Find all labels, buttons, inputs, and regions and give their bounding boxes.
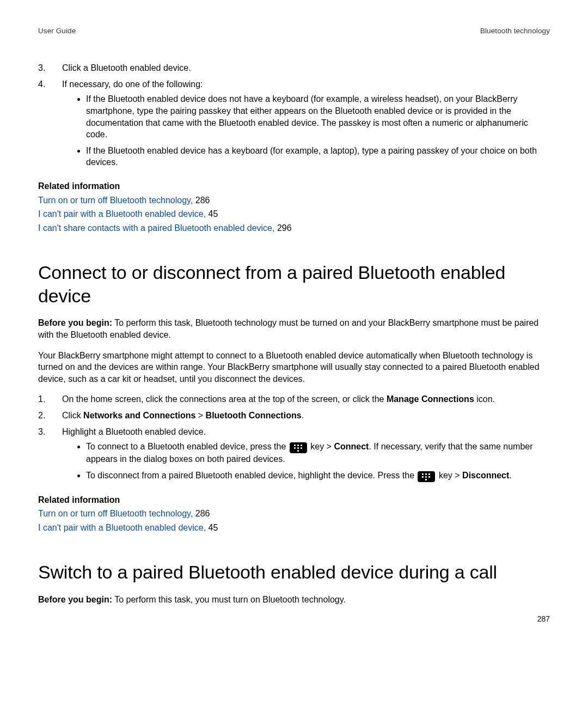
link-cant-share-contacts[interactable]: I can't share contacts with a paired Blu… [38, 223, 274, 233]
text: icon. [474, 394, 495, 404]
page-ref-value: 286 [195, 509, 210, 518]
page-ref-value: 45 [209, 209, 218, 218]
page: User Guide Bluetooth technology Click a … [0, 0, 588, 706]
link-page-ref: 45 [209, 523, 218, 532]
disconnect-label: Disconnect [462, 471, 509, 480]
text: . [509, 471, 511, 480]
bluetooth-connections-label: Bluetooth Connections [206, 411, 302, 420]
page-number: 287 [537, 614, 550, 624]
step-3: Click a Bluetooth enabled device. [38, 62, 550, 74]
step-4: If necessary, do one of the following: I… [38, 78, 550, 168]
connect-step-3: Highlight a Bluetooth enabled device. To… [38, 426, 550, 482]
connect-step-3-bullets: To connect to a Bluetooth enabled device… [62, 441, 550, 482]
link-turn-bluetooth-on-off[interactable]: Turn on or turn off Bluetooth technology… [38, 196, 193, 205]
before-text: To perform this task, you must turn on B… [112, 595, 346, 604]
step-4-text: If necessary, do one of the following: [62, 80, 203, 89]
related-link-line: I can't pair with a Bluetooth enabled de… [38, 522, 550, 534]
connect-steps: On the home screen, click the connection… [38, 393, 550, 482]
link-cant-pair[interactable]: I can't pair with a Bluetooth enabled de… [38, 523, 206, 532]
connect-step-1: On the home screen, click the connection… [38, 393, 550, 405]
before-label: Before you begin: [38, 318, 112, 327]
text: On the home screen, click the connection… [62, 394, 387, 404]
page-header: User Guide Bluetooth technology [38, 26, 550, 36]
page-ref-value: 286 [195, 196, 210, 205]
link-turn-bluetooth-on-off[interactable]: Turn on or turn off Bluetooth technology… [38, 509, 193, 518]
before-you-begin-2: Before you begin: To perform this task, … [38, 594, 550, 606]
bullet-connect: To connect to a Bluetooth enabled device… [86, 441, 550, 465]
bullet-passkey-no-keyboard: If the Bluetooth enabled device does not… [86, 93, 550, 140]
link-page-ref: 45 [209, 209, 218, 218]
related-link-line: I can't share contacts with a paired Blu… [38, 222, 550, 234]
text: key > [439, 471, 462, 480]
text: To disconnect from a paired Bluetooth en… [86, 471, 416, 480]
connect-step-2: Click Networks and Connections > Bluetoo… [38, 410, 550, 422]
header-left: User Guide [38, 26, 76, 36]
link-page-ref: 286 [195, 196, 210, 205]
text: . [302, 411, 304, 420]
page-ref-value: 296 [277, 223, 292, 233]
link-page-ref: 296 [277, 223, 292, 233]
blackberry-key-icon [290, 442, 307, 453]
related-link-line: I can't pair with a Bluetooth enabled de… [38, 208, 550, 220]
related-information-heading: Related information [38, 180, 550, 192]
link-page-ref: 286 [195, 509, 210, 518]
text: key > [310, 442, 334, 451]
heading-switch-during-call: Switch to a paired Bluetooth enabled dev… [38, 561, 550, 584]
text: > [195, 411, 205, 420]
step-4-bullets: If the Bluetooth enabled device does not… [62, 93, 550, 168]
manage-connections-label: Manage Connections [387, 394, 474, 404]
related-information-heading: Related information [38, 494, 550, 506]
before-text: To perform this task, Bluetooth technolo… [38, 318, 538, 339]
before-label: Before you begin: [38, 595, 112, 604]
header-right: Bluetooth technology [480, 26, 550, 36]
link-cant-pair[interactable]: I can't pair with a Bluetooth enabled de… [38, 209, 206, 218]
related-link-line: Turn on or turn off Bluetooth technology… [38, 508, 550, 520]
text: To connect to a Bluetooth enabled device… [86, 442, 289, 451]
connect-label: Connect [334, 442, 369, 451]
text: Click [62, 411, 83, 420]
auto-connect-paragraph: Your BlackBerry smartphone might attempt… [38, 350, 550, 385]
related-link-line: Turn on or turn off Bluetooth technology… [38, 194, 550, 206]
blackberry-key-icon [418, 471, 435, 482]
networks-connections-label: Networks and Connections [83, 411, 195, 420]
heading-connect-disconnect: Connect to or disconnect from a paired B… [38, 261, 550, 307]
bullet-disconnect: To disconnect from a paired Bluetooth en… [86, 470, 550, 482]
page-ref-value: 45 [209, 523, 218, 532]
top-ordered-steps: Click a Bluetooth enabled device. If nec… [38, 62, 550, 168]
bullet-passkey-has-keyboard: If the Bluetooth enabled device has a ke… [86, 145, 550, 168]
text: Highlight a Bluetooth enabled device. [62, 427, 206, 436]
before-you-begin-1: Before you begin: To perform this task, … [38, 317, 550, 340]
